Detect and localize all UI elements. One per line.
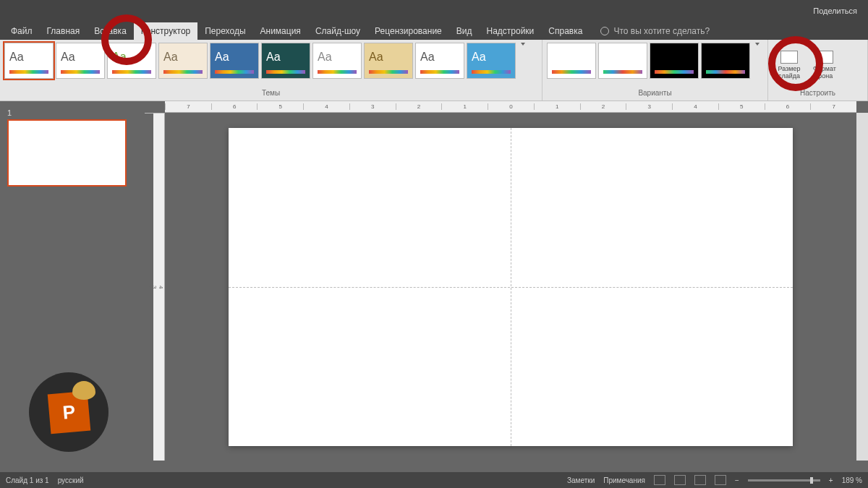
ribbon-label-settings: Настроить xyxy=(773,89,863,99)
share-button[interactable]: Поделиться xyxy=(813,7,857,15)
reading-view-button[interactable] xyxy=(694,475,706,485)
zoom-out-button[interactable]: − xyxy=(735,476,739,484)
sorter-view-button[interactable] xyxy=(674,475,686,485)
variant-thumb-2[interactable] xyxy=(650,43,699,79)
tell-me-search[interactable]: Что вы хотите сделать? xyxy=(600,26,710,36)
tab-view[interactable]: Вид xyxy=(449,22,480,40)
tab-addins[interactable]: Надстройки xyxy=(479,22,541,40)
ribbon-label-variants: Варианты xyxy=(547,89,763,99)
status-language[interactable]: русский xyxy=(58,476,84,484)
theme-thumb-2[interactable]: Aa xyxy=(107,43,156,79)
slide-size-button[interactable]: Размер слайда xyxy=(773,43,806,87)
horizontal-ruler[interactable]: 765432101234567 xyxy=(165,101,856,113)
ribbon-group-variants: Варианты xyxy=(542,40,768,100)
palette-icon xyxy=(72,381,95,400)
variants-more-button[interactable] xyxy=(752,43,762,48)
normal-view-button[interactable] xyxy=(654,475,665,485)
tab-insert[interactable]: Вставка xyxy=(87,22,134,40)
vertical-ruler[interactable]: 432101234 xyxy=(153,113,165,461)
canvas-area xyxy=(165,113,856,461)
theme-thumb-7[interactable]: Aa xyxy=(364,43,413,79)
slide-editor: 765432101234567 432101234 xyxy=(145,101,868,472)
slide-thumbnail-1[interactable] xyxy=(7,119,127,187)
tab-file[interactable]: Файл xyxy=(4,22,40,40)
tab-transitions[interactable]: Переходы xyxy=(197,22,252,40)
slideshow-view-button[interactable] xyxy=(715,475,726,485)
ribbon-label-themes: Темы xyxy=(4,89,537,99)
theme-thumb-1[interactable]: Aa xyxy=(56,43,105,79)
tab-slideshow[interactable]: Слайд-шоу xyxy=(308,22,367,40)
theme-thumb-0[interactable]: Aa xyxy=(4,43,54,79)
theme-thumb-3[interactable]: Aa xyxy=(158,43,208,79)
tab-animation[interactable]: Анимация xyxy=(253,22,308,40)
format-bg-label: Формат фона xyxy=(808,65,841,80)
lightbulb-icon xyxy=(600,27,609,35)
vertical-scrollbar[interactable] xyxy=(856,113,868,461)
powerpoint-logo-badge: P xyxy=(29,372,109,452)
ribbon-group-settings: Размер слайда Формат фона Настроить xyxy=(768,40,868,100)
format-background-button[interactable]: Формат фона xyxy=(808,43,841,87)
vertical-guide[interactable] xyxy=(511,128,511,446)
themes-more-button[interactable] xyxy=(518,43,528,48)
status-slide-info: Слайд 1 из 1 xyxy=(6,476,49,484)
slide-canvas[interactable] xyxy=(229,128,793,446)
notes-button[interactable]: Заметки xyxy=(567,476,595,484)
comments-button[interactable]: Примечания xyxy=(603,476,645,484)
statusbar: Слайд 1 из 1 русский Заметки Примечания … xyxy=(0,472,868,488)
theme-thumb-8[interactable]: Aa xyxy=(415,43,464,79)
theme-thumb-6[interactable]: Aa xyxy=(312,43,362,79)
slide-size-label: Размер слайда xyxy=(773,65,806,80)
workspace: 1 765432101234567 432101234 xyxy=(0,101,868,472)
variant-thumb-1[interactable] xyxy=(598,43,647,79)
ribbon-group-themes: AaAaAaAaAaAaAaAaAaAa Темы xyxy=(0,40,542,100)
tab-help[interactable]: Справка xyxy=(541,22,590,40)
tab-design[interactable]: Конструктор xyxy=(134,22,197,40)
tab-review[interactable]: Рецензирование xyxy=(367,22,449,40)
tell-me-label: Что вы хотите сделать? xyxy=(613,26,710,36)
variant-thumb-0[interactable] xyxy=(547,43,596,79)
ribbon: AaAaAaAaAaAaAaAaAaAa Темы Варианты Разме… xyxy=(0,40,868,101)
theme-thumb-5[interactable]: Aa xyxy=(261,43,310,79)
theme-thumb-4[interactable]: Aa xyxy=(210,43,259,79)
zoom-slider[interactable] xyxy=(748,479,820,481)
slide-thumb-number: 1 xyxy=(7,108,137,117)
zoom-in-button[interactable]: + xyxy=(829,476,833,484)
zoom-level[interactable]: 189 % xyxy=(842,476,862,484)
format-bg-icon xyxy=(816,51,833,64)
theme-thumb-9[interactable]: Aa xyxy=(467,43,516,79)
tab-home[interactable]: Главная xyxy=(40,22,88,40)
titlebar: Поделиться xyxy=(0,0,868,22)
slide-size-icon xyxy=(780,51,798,64)
menubar: Файл Главная Вставка Конструктор Переход… xyxy=(0,22,868,40)
variant-thumb-3[interactable] xyxy=(701,43,750,79)
